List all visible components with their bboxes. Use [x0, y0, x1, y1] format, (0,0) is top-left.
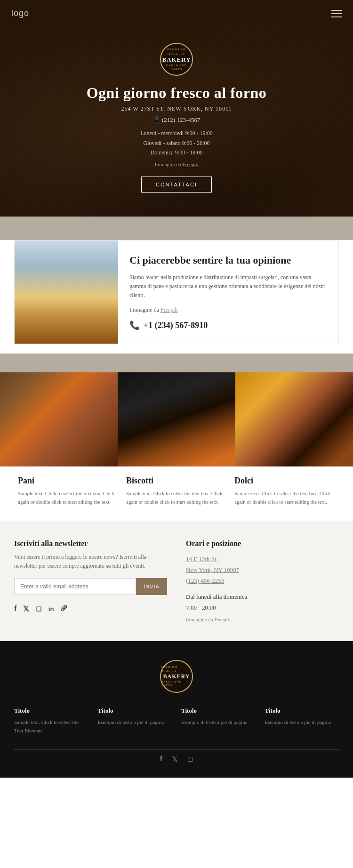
hours-text: Dal lunedì alla domenica: [186, 591, 339, 602]
footer-col-3-title: Titolo: [181, 707, 256, 715]
footer-columns: Titolo Sample text. Click to select the …: [14, 707, 339, 735]
footer-badge-name: Bakery: [163, 673, 190, 681]
footer-col-4-text: Esempio di testo a piè di pagina: [265, 718, 339, 727]
newsletter-form: INVIA: [14, 578, 167, 595]
badge-name: Bakery: [162, 56, 191, 64]
hero-phone: 📱 (212) 123-4567: [87, 116, 267, 124]
hero-address: 254 W 27ST ST, NEW YORK, NY 10011: [87, 105, 267, 113]
footer-col-1-text: Sample text. Click to select the Text El…: [14, 718, 88, 735]
product-desc-biscotti: Sample text. Click to select the text bo…: [126, 490, 227, 506]
location-freepik: Immagine da Freepik: [186, 617, 339, 622]
biscotti-image: [118, 372, 235, 466]
newsletter-submit-button[interactable]: INVIA: [136, 578, 167, 595]
instagram-icon[interactable]: ◻: [36, 604, 41, 613]
hero-phone-number: (212) 123-4567: [162, 116, 200, 123]
hero-freepik: Immagini da Freepik: [87, 161, 267, 167]
footer-col-3: Titolo Esempio di testo a piè di pagina: [181, 707, 256, 735]
newsletter-title: Iscriviti alla newsletter: [14, 539, 167, 548]
feedback-phone: 📞 +1 (234) 567-8910: [129, 320, 327, 330]
feedback-freepik-link[interactable]: Freepik: [160, 306, 178, 313]
social-icons-area: f 𝕏 ◻ in 𝒫: [14, 604, 167, 613]
facebook-icon[interactable]: f: [14, 604, 16, 613]
footer-badge: PREMIUM QUALITY Bakery BAKED AND CAKES: [160, 660, 193, 693]
footer-col-4-title: Titolo: [265, 707, 339, 715]
location-area: Orari e posizione 14 E 12th St, New York…: [186, 539, 339, 623]
footer-social-icons: f 𝕏 ◻: [14, 749, 339, 764]
location-phone[interactable]: (123) 456-2253: [186, 577, 224, 584]
hours-line-2: Giovedì - sabato 9:00 - 20:00: [87, 138, 267, 148]
footer: PREMIUM QUALITY Bakery BAKED AND CAKES T…: [0, 641, 353, 777]
feedback-card: Ci piacerebbe sentire la tua opinione Si…: [14, 240, 339, 344]
hamburger-line: [331, 13, 342, 14]
contact-button[interactable]: CONTATTACI: [141, 177, 212, 193]
linkedin-icon[interactable]: in: [48, 605, 54, 612]
baker-image: [15, 241, 118, 344]
product-item-biscotti: Biscotti Sample text. Click to select th…: [122, 476, 231, 506]
location-title: Orari e posizione: [186, 539, 339, 548]
product-title-dolci: Dolci: [234, 476, 335, 486]
site-header: logo: [0, 0, 353, 27]
footer-twitter-icon[interactable]: 𝕏: [172, 755, 178, 764]
footer-badge-bottom: BAKED AND CAKES: [161, 680, 192, 688]
feedback-freepik: Immagine da Freepik: [129, 305, 327, 314]
pinterest-icon[interactable]: 𝒫: [60, 604, 65, 613]
feedback-description: Siamo leader nella produzione e distribu…: [129, 273, 327, 300]
product-desc-pani: Sample text. Click to select the text bo…: [18, 490, 119, 506]
footer-col-3-text: Esempio di testo a piè di pagina: [181, 718, 256, 727]
feedback-title: Ci piacerebbe sentire la tua opinione: [129, 254, 327, 267]
footer-col-2: Titolo Esempio di testo a piè di pagina: [98, 707, 172, 735]
newsletter-location-section: Iscriviti alla newsletter Vuoi essere il…: [0, 521, 353, 642]
gray-spacer-2: [0, 354, 353, 372]
hero-content: PREMIUM QUALITY Bakery BAKED AND CAKES O…: [68, 43, 286, 192]
footer-facebook-icon[interactable]: f: [160, 755, 162, 764]
bakery-badge: PREMIUM QUALITY Bakery BAKED AND CAKES: [160, 43, 193, 76]
newsletter-description: Vuoi essere il primo a leggere le nostre…: [14, 553, 167, 571]
hamburger-menu[interactable]: [331, 10, 342, 17]
hours-line-3: Domenica 9:00 - 18:00: [87, 148, 267, 157]
location-hours: Dal lunedì alla domenica 7:00 - 20:00: [186, 591, 339, 613]
twitter-icon[interactable]: 𝕏: [23, 604, 29, 613]
newsletter-area: Iscriviti alla newsletter Vuoi essere il…: [14, 539, 167, 623]
phone-icon: 📱: [153, 116, 160, 123]
hero-title: Ogni giorno fresco al forno: [87, 84, 267, 102]
footer-col-2-title: Titolo: [98, 707, 172, 715]
hamburger-line: [331, 10, 342, 11]
footer-logo-area: PREMIUM QUALITY Bakery BAKED AND CAKES: [14, 660, 339, 693]
footer-col-1: Titolo Sample text. Click to select the …: [14, 707, 88, 735]
product-item-pani: Pani Sample text. Click to select the te…: [14, 476, 122, 506]
product-desc-dolci: Sample text. Click to select the text bo…: [234, 490, 335, 506]
hero-hours: Lunedì - mercoledì 9:00 - 19:00 Giovedì …: [87, 129, 267, 157]
products-info: Pani Sample text. Click to select the te…: [0, 466, 353, 520]
feedback-image: [15, 241, 118, 344]
hours-time: 7:00 - 20:00: [186, 602, 339, 613]
footer-col-4: Titolo Esempio di testo a piè di pagina: [265, 707, 339, 735]
hours-line-1: Lunedì - mercoledì 9:00 - 19:00: [87, 129, 267, 138]
phone-icon: 📞: [129, 320, 140, 330]
product-item-dolci: Dolci Sample text. Click to select the t…: [231, 476, 339, 506]
footer-badge-top: PREMIUM QUALITY: [161, 666, 192, 673]
hero-section: logo PREMIUM QUALITY Bakery BAKED AND CA…: [0, 0, 353, 217]
address-line-1[interactable]: 14 E 12th St,: [186, 555, 218, 563]
address-line-2[interactable]: New York, NY 10007: [186, 566, 239, 573]
product-title-pani: Pani: [18, 476, 119, 486]
badge-bottom: BAKED AND CAKES: [161, 64, 192, 72]
freepik-link[interactable]: Freepik: [183, 161, 199, 167]
location-address: 14 E 12th St, New York, NY 10007 (123) 4…: [186, 554, 339, 587]
email-input[interactable]: [14, 578, 136, 595]
footer-instagram-icon[interactable]: ◻: [187, 755, 193, 764]
bread-image: [0, 372, 118, 466]
gray-spacer-1: [0, 217, 353, 240]
site-logo: logo: [11, 8, 29, 18]
products-section: Pani Sample text. Click to select the te…: [0, 372, 353, 520]
products-info-grid: Pani Sample text. Click to select the te…: [0, 466, 353, 506]
dolci-image: [235, 372, 353, 466]
product-title-biscotti: Biscotti: [126, 476, 227, 486]
footer-col-2-text: Esempio di testo a piè di pagina: [98, 718, 172, 727]
products-image-grid: [0, 372, 353, 466]
location-freepik-link[interactable]: Freepik: [214, 617, 230, 622]
badge-top: PREMIUM QUALITY: [161, 48, 192, 56]
feedback-phone-number: +1 (234) 567-8910: [144, 321, 208, 330]
feedback-section: Ci piacerebbe sentire la tua opinione Si…: [0, 240, 353, 354]
feedback-text-area: Ci piacerebbe sentire la tua opinione Si…: [118, 241, 338, 344]
footer-col-1-title: Titolo: [14, 707, 88, 715]
